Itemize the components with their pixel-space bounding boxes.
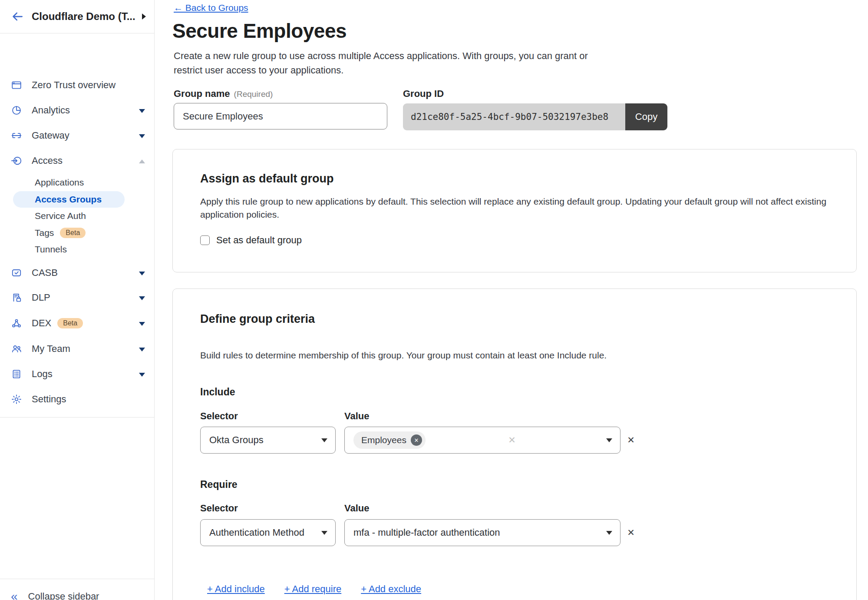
settings-gear-icon: [11, 394, 22, 405]
chevron-down-icon: [139, 109, 145, 113]
collapse-icon: «: [11, 590, 18, 600]
sidebar-item-service-auth[interactable]: Service Auth: [0, 208, 155, 224]
group-id-row: d21ce80f-5a25-4bcf-9b07-5032197e3be8 Cop…: [403, 103, 667, 130]
chevron-down-icon: [139, 272, 145, 275]
chevron-down-icon: [606, 531, 612, 535]
require-selector-dropdown[interactable]: Authentication Method: [200, 519, 336, 546]
sidebar-item-label: Tunnels: [35, 244, 67, 255]
set-default-checkbox[interactable]: [200, 235, 210, 245]
default-card-title: Assign as default group: [200, 172, 334, 186]
sidebar-item-access-groups[interactable]: Access Groups: [13, 191, 125, 208]
sidebar-item-label: Analytics: [32, 105, 70, 116]
default-group-card: Assign as default group Apply this rule …: [172, 149, 857, 272]
sidebar-item-label: CASB: [32, 267, 58, 278]
chevron-up-icon: [139, 159, 145, 163]
chevron-down-icon: [139, 134, 145, 138]
include-selector-label: Selector: [200, 411, 238, 422]
add-require-link[interactable]: + Add require: [284, 583, 341, 595]
page-title: Secure Employees: [172, 19, 347, 43]
chevron-down-icon: [139, 296, 145, 300]
remove-tag-icon[interactable]: ✕: [411, 434, 422, 446]
include-heading: Include: [200, 386, 235, 398]
sidebar-item-settings[interactable]: Settings: [0, 391, 155, 408]
require-value-label: Value: [344, 503, 369, 514]
dlp-icon: [11, 292, 22, 303]
sidebar-item-label: Logs: [32, 368, 53, 380]
sidebar-item-label: Access Groups: [35, 194, 102, 205]
app: Cloudflare Demo (T... Zero Trust overvie…: [0, 0, 868, 600]
gateway-icon: [11, 130, 22, 141]
criteria-card: Define group criteria Build rules to det…: [172, 288, 857, 600]
group-name-label-row: Group name(Required): [174, 88, 273, 99]
employees-tag-label: Employees: [361, 435, 406, 445]
sidebar-item-label: Gateway: [32, 130, 69, 141]
page-description: Create a new rule group to use across mu…: [174, 49, 612, 77]
team-icon: [11, 343, 22, 355]
sidebar-item-label: Service Auth: [35, 211, 86, 221]
back-to-groups-link[interactable]: ← Back to Groups: [174, 3, 248, 13]
sidebar-item-analytics[interactable]: Analytics: [0, 102, 155, 119]
include-value-dropdown[interactable]: Employees ✕ ✕: [344, 427, 620, 454]
access-icon: [11, 155, 22, 166]
sidebar-item-zero-trust-overview[interactable]: Zero Trust overview: [0, 77, 155, 93]
remove-require-rule-icon[interactable]: ✕: [624, 527, 637, 538]
beta-badge: Beta: [60, 228, 86, 238]
require-value: mfa - multiple-factor authentication: [353, 527, 500, 538]
required-hint: (Required): [234, 90, 273, 99]
include-value-label: Value: [344, 411, 369, 422]
sidebar-item-label: Zero Trust overview: [32, 80, 116, 91]
employees-tag: Employees ✕: [353, 431, 426, 449]
set-default-label: Set as default group: [216, 235, 302, 246]
include-selector-dropdown[interactable]: Okta Groups: [200, 427, 336, 454]
sidebar-item-label: Access: [32, 155, 63, 166]
sidebar-item-tunnels[interactable]: Tunnels: [0, 241, 155, 258]
sidebar-header: Cloudflare Demo (T...: [0, 0, 155, 33]
group-id-label: Group ID: [403, 88, 444, 99]
criteria-card-title: Define group criteria: [200, 312, 315, 326]
require-heading: Require: [200, 479, 238, 491]
remove-include-rule-icon[interactable]: ✕: [624, 435, 637, 445]
sidebar-item-label: Settings: [32, 394, 66, 405]
copy-button[interactable]: Copy: [625, 103, 667, 130]
chevron-down-icon: [321, 438, 327, 442]
sidebar-item-label: DLP: [32, 292, 50, 303]
sidebar-item-my-team[interactable]: My Team: [0, 341, 155, 357]
sidebar-item-gateway[interactable]: Gateway: [0, 127, 155, 144]
beta-badge: Beta: [57, 318, 83, 328]
group-name-label: Group name: [174, 88, 230, 99]
default-card-description: Apply this rule group to new application…: [200, 195, 828, 221]
collapse-label: Collapse sidebar: [28, 591, 99, 600]
sidebar-item-dlp[interactable]: DLP: [0, 289, 155, 306]
sidebar-item-tags[interactable]: Tags Beta: [0, 225, 155, 241]
casb-icon: [11, 267, 22, 278]
add-exclude-link[interactable]: + Add exclude: [361, 583, 421, 595]
analytics-icon: [11, 105, 22, 116]
caret-right-icon[interactable]: [142, 13, 146, 20]
sidebar-item-label: My Team: [32, 343, 70, 355]
sidebar-item-access[interactable]: Access: [0, 152, 155, 169]
sidebar-item-casb[interactable]: CASB: [0, 265, 155, 281]
back-arrow-icon[interactable]: [11, 10, 24, 23]
sidebar-item-logs[interactable]: Logs: [0, 366, 155, 382]
clear-value-icon[interactable]: ✕: [508, 435, 516, 445]
overview-icon: [11, 80, 22, 91]
chevron-down-icon: [606, 438, 612, 442]
sidebar-item-applications[interactable]: Applications: [0, 174, 155, 191]
sidebar: Cloudflare Demo (T... Zero Trust overvie…: [0, 0, 155, 600]
account-name[interactable]: Cloudflare Demo (T...: [32, 10, 135, 23]
sidebar-item-label: DEX: [32, 318, 51, 329]
dex-icon: [11, 318, 22, 329]
require-selector-label: Selector: [200, 503, 238, 514]
chevron-down-icon: [139, 373, 145, 377]
add-rule-links: + Add include + Add require + Add exclud…: [207, 583, 421, 595]
collapse-sidebar-button[interactable]: « Collapse sidebar: [0, 579, 155, 600]
logs-icon: [11, 368, 22, 380]
sidebar-item-dex[interactable]: DEX Beta: [0, 315, 155, 331]
group-name-input[interactable]: [174, 103, 387, 129]
chevron-down-icon: [139, 322, 145, 326]
require-value-dropdown[interactable]: mfa - multiple-factor authentication: [344, 519, 620, 546]
add-include-link[interactable]: + Add include: [207, 583, 265, 595]
require-selector-value: Authentication Method: [209, 527, 304, 538]
sidebar-item-label: Tags: [35, 228, 54, 238]
chevron-down-icon: [321, 531, 327, 535]
